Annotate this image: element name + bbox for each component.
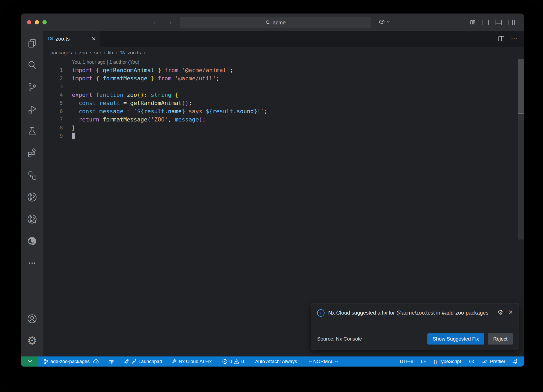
account-icon[interactable] — [26, 312, 38, 325]
code-line-3[interactable]: 3 — [43, 82, 524, 91]
launchpad-item[interactable]: Launchpad — [121, 356, 165, 367]
eol-item[interactable]: LF — [418, 356, 429, 367]
code-line-1[interactable]: 1import { getRandomAnimal } from '@acme/… — [43, 66, 524, 74]
copilot-menu[interactable] — [378, 18, 390, 25]
code-lines: 1import { getRandomAnimal } from '@acme/… — [43, 66, 524, 140]
run-debug-icon[interactable] — [26, 103, 38, 115]
git-blame-annotation: You, 1 hour ago | 1 author (You) — [43, 59, 524, 66]
nx-cloud-ai-fix-item[interactable]: Nx Cloud AI Fix — [169, 356, 214, 367]
code-line-6[interactable]: 6 const message = `${result.name} says $… — [43, 107, 524, 115]
auto-attach-label: Auto Attach: Always — [255, 359, 297, 364]
traffic-lights — [27, 20, 47, 24]
eol-label: LF — [421, 359, 426, 364]
line-number: 3 — [43, 82, 63, 91]
nx-console-icon[interactable] — [26, 191, 38, 203]
breadcrumb-item[interactable]: ... — [148, 50, 152, 56]
settings-gear-icon[interactable]: ⚙ — [26, 334, 38, 347]
breadcrumb-item[interactable]: packages — [50, 50, 72, 56]
warning-count: 0 — [241, 359, 244, 364]
scrollbar-thumb[interactable] — [518, 59, 524, 114]
title-bar: ← → acme — [21, 14, 524, 31]
notifications-bell[interactable] — [509, 356, 522, 367]
command-center-search[interactable]: acme — [180, 17, 371, 28]
remote-indicator[interactable]: >< — [21, 356, 38, 367]
close-window-button[interactable] — [27, 20, 31, 24]
code-line-4[interactable]: 4export function zoo(): string { — [43, 91, 524, 99]
wrench-icon — [172, 359, 177, 364]
breadcrumb-item[interactable]: src — [94, 50, 101, 56]
toggle-secondary-sidebar-icon[interactable] — [508, 19, 515, 25]
git-branch-item[interactable]: add-zoo-packages — [41, 356, 102, 367]
copilot-status-item[interactable] — [466, 356, 478, 367]
tab-bar: TS zoo.ts × ⋯ — [43, 31, 524, 47]
problems-item[interactable]: 0 0 — [219, 356, 247, 367]
code-line-2[interactable]: 2import { formatMessage } from '@acme/ut… — [43, 74, 524, 82]
language-mode-item[interactable]: { } TypeScript — [431, 356, 464, 367]
more-icon[interactable] — [26, 257, 38, 269]
source-control-icon[interactable] — [26, 81, 38, 93]
code-line-5[interactable]: 5 const result = getRandomAnimal(); — [43, 99, 524, 107]
line-number: 6 — [43, 107, 63, 115]
search-icon — [265, 20, 271, 25]
tab-zoo-ts[interactable]: TS zoo.ts × — [43, 31, 100, 47]
minimize-window-button[interactable] — [35, 20, 39, 24]
git-branch-icon — [43, 359, 49, 364]
line-number: 7 — [43, 115, 63, 124]
error-icon — [222, 359, 227, 364]
forward-button[interactable]: → — [166, 18, 172, 26]
activity-bar: ⚙ — [21, 31, 43, 356]
gear-icon[interactable]: ⚙ — [497, 309, 503, 316]
breadcrumb-item[interactable]: zoo.ts — [128, 50, 141, 56]
close-icon[interactable]: × — [509, 309, 513, 315]
code-line-9[interactable]: 9 — [43, 132, 524, 140]
code-line-7[interactable]: 7 return formatMessage('ZOO', message); — [43, 115, 524, 124]
breadcrumb-item[interactable]: lib — [108, 50, 113, 56]
encoding-label: UTF-8 — [400, 359, 413, 364]
reject-button[interactable]: Reject — [488, 333, 513, 345]
show-suggested-fix-button[interactable]: Show Suggested Fix — [427, 333, 484, 345]
breadcrumbs: packages › zoo › src › lib › TS zoo.ts ›… — [43, 47, 524, 59]
customize-layout-icon[interactable] — [470, 19, 476, 25]
references-icon[interactable] — [26, 169, 38, 181]
toggle-panel-icon[interactable] — [495, 19, 502, 25]
more-actions-icon[interactable]: ⋯ — [511, 35, 518, 42]
tab-title: zoo.ts — [55, 36, 89, 42]
toggle-primary-sidebar-icon[interactable] — [482, 19, 489, 25]
notification-source: Source: Nx Console — [317, 336, 362, 342]
cloud-upload-icon — [93, 359, 99, 364]
testing-icon[interactable] — [26, 125, 38, 137]
formatter-item[interactable]: Prettier — [479, 356, 508, 367]
line-number: 1 — [43, 66, 63, 74]
line-number: 8 — [43, 124, 63, 132]
chevron-down-icon — [387, 21, 390, 23]
line-number: 5 — [43, 99, 63, 107]
close-tab-icon[interactable]: × — [92, 35, 96, 42]
indent-guide — [73, 99, 73, 124]
warning-icon — [234, 359, 239, 364]
edge-browser-icon[interactable] — [26, 235, 38, 247]
copilot-icon — [378, 18, 385, 25]
encoding-item[interactable]: UTF-8 — [397, 356, 416, 367]
typescript-file-icon: TS — [120, 51, 125, 55]
vim-mode-label: -- NORMAL -- — [309, 359, 338, 364]
braces-icon: { } — [434, 359, 437, 364]
editor-scrollbar[interactable] — [518, 59, 524, 356]
files-icon[interactable] — [26, 37, 38, 49]
breadcrumb-item[interactable]: zoo — [79, 50, 87, 56]
maximize-window-button[interactable] — [42, 20, 47, 24]
nx-cloud-ai-fix-label: Nx Cloud AI Fix — [179, 359, 212, 364]
search-icon[interactable] — [26, 59, 38, 71]
pipeline-icon — [109, 359, 114, 364]
info-icon: i — [317, 309, 325, 317]
split-editor-icon[interactable] — [498, 36, 505, 42]
vim-mode-item[interactable]: -- NORMAL -- — [306, 356, 341, 367]
line-number: 2 — [43, 74, 63, 82]
copilot-icon — [468, 358, 475, 365]
extensions-icon[interactable] — [26, 147, 38, 159]
back-button[interactable]: ← — [153, 18, 159, 26]
nx-cloud-icon[interactable] — [26, 213, 38, 225]
pipeline-item[interactable] — [106, 356, 117, 367]
auto-attach-item[interactable]: Auto Attach: Always — [252, 356, 300, 367]
bell-icon — [512, 359, 518, 364]
code-line-8[interactable]: 8} — [43, 124, 524, 132]
